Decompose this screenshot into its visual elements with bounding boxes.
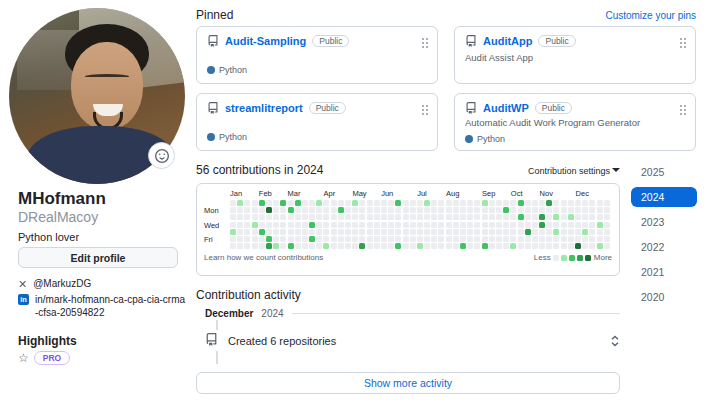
contribution-cell[interactable] [568, 243, 574, 249]
contribution-cell[interactable] [345, 207, 351, 213]
contribution-cell[interactable] [288, 200, 294, 206]
contribution-cell[interactable] [510, 222, 516, 228]
contribution-cell[interactable] [266, 200, 272, 206]
contribution-cell[interactable] [381, 236, 387, 242]
contribution-cell[interactable] [496, 229, 502, 235]
contribution-cell[interactable] [237, 243, 243, 249]
contribution-cell[interactable] [295, 229, 301, 235]
contribution-cell[interactable] [474, 214, 480, 220]
contribution-cell[interactable] [561, 214, 567, 220]
year-item-2023[interactable]: 2023 [631, 212, 697, 232]
contribution-cell[interactable] [381, 222, 387, 228]
contribution-cell[interactable] [316, 243, 322, 249]
contribution-cell[interactable] [553, 222, 559, 228]
contribution-cell[interactable] [518, 200, 524, 206]
contribution-cell[interactable] [553, 243, 559, 249]
contribution-cell[interactable] [237, 200, 243, 206]
contribution-cell[interactable] [561, 236, 567, 242]
contribution-cell[interactable] [410, 207, 416, 213]
contribution-cell[interactable] [403, 200, 409, 206]
contribution-cell[interactable] [467, 200, 473, 206]
contribution-cell[interactable] [489, 200, 495, 206]
contribution-cell[interactable] [302, 243, 308, 249]
contribution-cell[interactable] [589, 207, 595, 213]
contribution-cell[interactable] [244, 207, 250, 213]
contribution-cell[interactable] [309, 243, 315, 249]
contribution-cell[interactable] [525, 229, 531, 235]
contribution-cell[interactable] [453, 214, 459, 220]
contribution-cell[interactable] [295, 222, 301, 228]
contribution-cell[interactable] [403, 222, 409, 228]
contribution-cell[interactable] [604, 214, 610, 220]
contribution-cell[interactable] [395, 207, 401, 213]
contribution-cell[interactable] [352, 236, 358, 242]
contribution-cell[interactable] [438, 229, 444, 235]
contribution-cell[interactable] [532, 207, 538, 213]
year-item-2021[interactable]: 2021 [631, 262, 697, 282]
contribution-cell[interactable] [273, 229, 279, 235]
contribution-cell[interactable] [518, 207, 524, 213]
contribution-cell[interactable] [345, 214, 351, 220]
contribution-cell[interactable] [510, 214, 516, 220]
contribution-cell[interactable] [252, 243, 258, 249]
contribution-cell[interactable] [259, 214, 265, 220]
contribution-cell[interactable] [568, 222, 574, 228]
repo-link[interactable]: AuditWP [483, 102, 529, 114]
contribution-cell[interactable] [273, 200, 279, 206]
contribution-cell[interactable] [345, 243, 351, 249]
contribution-cell[interactable] [273, 222, 279, 228]
contribution-cell[interactable] [582, 243, 588, 249]
contribution-cell[interactable] [597, 200, 603, 206]
contribution-cell[interactable] [280, 200, 286, 206]
contribution-cell[interactable] [518, 222, 524, 228]
contribution-cell[interactable] [323, 214, 329, 220]
contribution-cell[interactable] [532, 222, 538, 228]
contribution-cell[interactable] [316, 200, 322, 206]
contribution-cell[interactable] [417, 214, 423, 220]
contribution-cell[interactable] [474, 229, 480, 235]
contribution-cell[interactable] [417, 229, 423, 235]
contribution-cell[interactable] [582, 200, 588, 206]
contribution-cell[interactable] [438, 222, 444, 228]
contribution-cell[interactable] [331, 214, 337, 220]
contribution-cell[interactable] [323, 207, 329, 213]
contribution-cell[interactable] [374, 214, 380, 220]
contribution-cell[interactable] [453, 236, 459, 242]
contribution-cell[interactable] [280, 222, 286, 228]
unfold-icon[interactable] [610, 335, 620, 347]
contribution-cell[interactable] [503, 236, 509, 242]
contribution-cell[interactable] [489, 243, 495, 249]
contribution-cell[interactable] [503, 200, 509, 206]
contribution-cell[interactable] [374, 236, 380, 242]
contribution-cell[interactable] [381, 229, 387, 235]
contribution-cell[interactable] [431, 214, 437, 220]
contribution-cell[interactable] [438, 236, 444, 242]
contribution-cell[interactable] [496, 243, 502, 249]
contribution-cell[interactable] [568, 207, 574, 213]
drag-handle-icon[interactable] [421, 37, 429, 49]
contribution-cell[interactable] [352, 243, 358, 249]
contribution-cell[interactable] [568, 229, 574, 235]
contribution-cell[interactable] [589, 243, 595, 249]
contribution-cell[interactable] [568, 214, 574, 220]
contribution-cell[interactable] [424, 243, 430, 249]
contribution-cell[interactable] [259, 207, 265, 213]
contribution-cell[interactable] [237, 207, 243, 213]
contribution-cell[interactable] [259, 222, 265, 228]
contribution-cell[interactable] [266, 214, 272, 220]
contribution-cell[interactable] [266, 222, 272, 228]
contribution-cell[interactable] [309, 200, 315, 206]
year-item-2022[interactable]: 2022 [631, 237, 697, 257]
contribution-cell[interactable] [302, 222, 308, 228]
contribution-settings-dropdown[interactable]: Contribution settings [528, 166, 620, 176]
contribution-cell[interactable] [597, 207, 603, 213]
contribution-cell[interactable] [553, 229, 559, 235]
contribution-cells[interactable] [230, 200, 610, 249]
contribution-cell[interactable] [359, 229, 365, 235]
contribution-cell[interactable] [244, 200, 250, 206]
contribution-cell[interactable] [309, 214, 315, 220]
contribution-cell[interactable] [438, 214, 444, 220]
customize-pins-link[interactable]: Customize your pins [605, 10, 696, 21]
contribution-cell[interactable] [525, 222, 531, 228]
contribution-cell[interactable] [474, 222, 480, 228]
